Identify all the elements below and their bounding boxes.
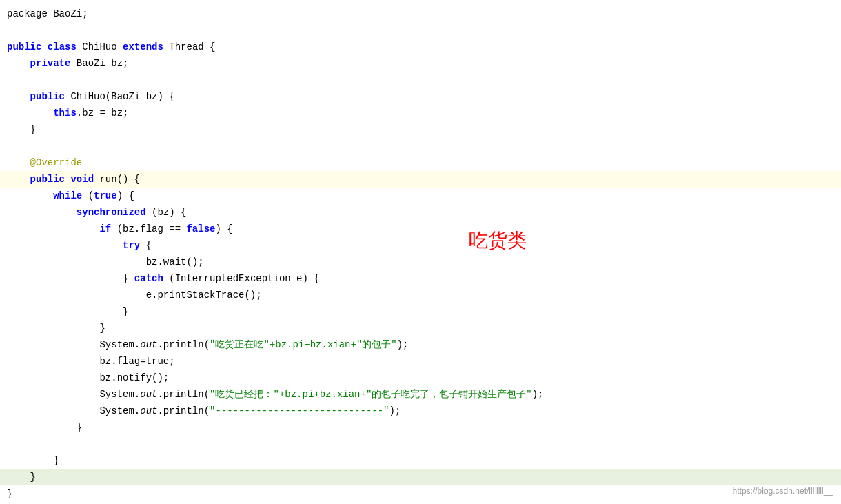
code-line-19: } [0, 303, 841, 320]
annotation-label: 吃货类 [469, 228, 527, 254]
code-line-16: bz.wait(); [0, 254, 841, 270]
code-line-6: public ChiHuo(BaoZi bz) { [0, 88, 841, 105]
code-line-4: private BaoZi bz; [0, 55, 841, 72]
code-line-11: public void run() { [0, 171, 841, 188]
code-line-20: } [0, 320, 841, 336]
code-line-26: } [0, 419, 841, 436]
code-line-18: e.printStackTrace(); [0, 287, 841, 303]
line-content-1: package BaoZi; [0, 6, 841, 22]
code-line-27 [0, 436, 841, 452]
code-line-29: } [0, 469, 841, 485]
code-line-21: System.out.println("吃货正在吃"+bz.pi+bz.xian… [0, 336, 841, 353]
code-line-15: try { [0, 237, 841, 254]
code-line-3: public class ChiHuo extends Thread { [0, 39, 841, 55]
code-line-17: } catch (InterruptedException e) { [0, 270, 841, 287]
code-line-24: System.out.println("吃货已经把："+bz.pi+bz.xia… [0, 386, 841, 403]
code-line-12: while (true) { [0, 188, 841, 204]
code-line-22: bz.flag=true; [0, 353, 841, 370]
code-line-5 [0, 72, 841, 88]
code-container: package BaoZi; public class ChiHuo exten… [0, 0, 841, 504]
code-line-28: } [0, 452, 841, 469]
code-line-7: this.bz = bz; [0, 105, 841, 121]
code-line-30: } [0, 485, 841, 502]
code-line-9 [0, 138, 841, 154]
code-line-8: } [0, 121, 841, 138]
watermark: https://blog.csdn.net/llllllll__ [733, 486, 833, 496]
code-line-1: package BaoZi; [0, 6, 841, 22]
code-line-10: @Override [0, 154, 841, 171]
code-line-23: bz.notify(); [0, 370, 841, 386]
code-line-2 [0, 22, 841, 39]
code-line-13: synchronized (bz) { [0, 204, 841, 221]
code-line-14: if (bz.flag == false) { [0, 221, 841, 237]
code-line-25: System.out.println("--------------------… [0, 403, 841, 419]
